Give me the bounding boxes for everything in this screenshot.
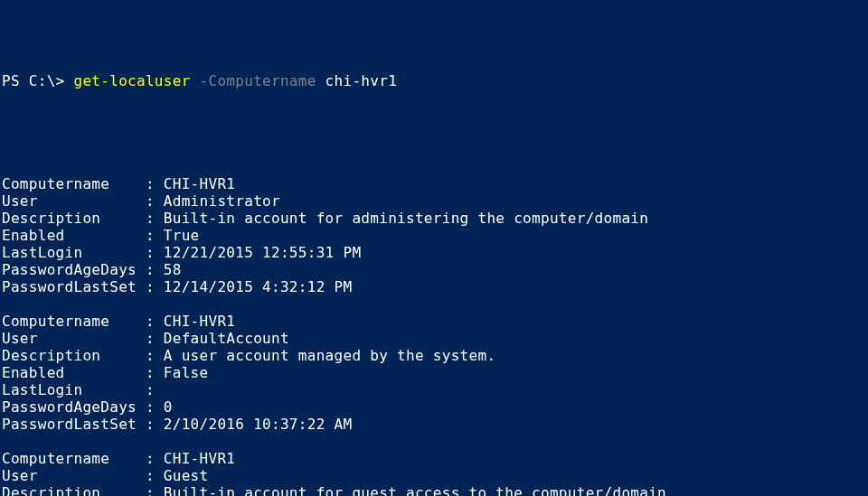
- output-row-enabled: Enabled : False: [2, 364, 868, 381]
- output-row-description: Description : A user account managed by …: [2, 347, 868, 364]
- output-row-computername: Computername : CHI-HVR1: [2, 313, 868, 330]
- output-row-passwordlastset: PasswordLastSet : 12/14/2015 4:32:12 PM: [2, 278, 868, 295]
- output-record: Computername : CHI-HVR1User : Administra…: [2, 175, 868, 295]
- blank-line: [2, 107, 868, 124]
- field-separator: :: [146, 364, 164, 381]
- field-separator: :: [146, 210, 164, 227]
- output-row-passwordagedays: PasswordAgeDays : 58: [2, 261, 868, 278]
- field-separator: :: [146, 227, 164, 244]
- field-value: A user account managed by the system.: [164, 347, 496, 364]
- field-label: Description: [2, 347, 146, 364]
- field-value: DefaultAccount: [164, 330, 289, 347]
- blank-line: [2, 295, 868, 313]
- output-row-description: Description : Built-in account for guest…: [2, 484, 868, 496]
- prompt-line[interactable]: PS C:\> get-localuser -Computername chi-…: [2, 72, 868, 89]
- field-value: CHI-HVR1: [164, 313, 235, 330]
- field-separator: :: [146, 416, 164, 433]
- field-separator: :: [146, 278, 164, 295]
- prompt-parameter: -Computername: [191, 72, 316, 89]
- output-record: Computername : CHI-HVR1User : GuestDescr…: [2, 450, 868, 496]
- output-record: Computername : CHI-HVR1User : DefaultAcc…: [2, 313, 868, 433]
- output-row-enabled: Enabled : True: [2, 227, 868, 244]
- field-label: User: [2, 330, 146, 347]
- output-row-passwordagedays: PasswordAgeDays : 0: [2, 398, 868, 416]
- field-separator: :: [146, 450, 164, 467]
- field-separator: :: [146, 175, 164, 192]
- field-label: PasswordAgeDays: [2, 398, 146, 416]
- field-value: Guest: [164, 467, 209, 484]
- output-row-description: Description : Built-in account for admin…: [2, 210, 868, 227]
- field-label: PasswordLastSet: [2, 416, 146, 433]
- field-value: Administrator: [164, 192, 280, 210]
- output-row-lastlogin: LastLogin :: [2, 381, 868, 398]
- field-value: Built-in account for administering the c…: [164, 210, 648, 227]
- field-separator: :: [146, 347, 164, 364]
- field-value: 2/10/2016 10:37:22 AM: [164, 416, 353, 433]
- field-label: User: [2, 192, 146, 210]
- prompt-prefix: PS C:\>: [2, 72, 73, 89]
- field-label: Description: [2, 210, 146, 227]
- field-value: CHI-HVR1: [164, 450, 235, 467]
- output-row-user: User : Administrator: [2, 192, 868, 210]
- output-row-user: User : DefaultAccount: [2, 330, 868, 347]
- output-row-lastlogin: LastLogin : 12/21/2015 12:55:31 PM: [2, 244, 868, 261]
- field-separator: :: [146, 398, 164, 416]
- field-value: 0: [164, 398, 173, 416]
- field-separator: :: [146, 467, 164, 484]
- field-label: LastLogin: [2, 244, 146, 261]
- blank-line: [2, 141, 868, 158]
- field-label: LastLogin: [2, 381, 146, 398]
- field-label: PasswordLastSet: [2, 278, 146, 295]
- field-label: Description: [2, 484, 146, 496]
- field-separator: :: [146, 381, 164, 398]
- prompt-command: get-localuser: [73, 72, 190, 89]
- output-row-user: User : Guest: [2, 467, 868, 484]
- field-separator: :: [146, 244, 164, 261]
- field-separator: :: [146, 484, 164, 496]
- output-row-computername: Computername : CHI-HVR1: [2, 450, 868, 467]
- field-label: Computername: [2, 450, 146, 467]
- output-row-passwordlastset: PasswordLastSet : 2/10/2016 10:37:22 AM: [2, 416, 868, 433]
- field-value: 12/14/2015 4:32:12 PM: [164, 278, 353, 295]
- field-label: Computername: [2, 313, 146, 330]
- output-records: Computername : CHI-HVR1User : Administra…: [2, 175, 868, 496]
- field-value: True: [164, 227, 200, 244]
- blank-line: [2, 433, 868, 450]
- field-label: PasswordAgeDays: [2, 261, 146, 278]
- prompt-argument: chi-hvr1: [316, 72, 397, 89]
- field-separator: :: [146, 192, 164, 210]
- field-separator: :: [146, 313, 164, 330]
- field-value: Built-in account for guest access to the…: [164, 484, 666, 496]
- field-value: 12/21/2015 12:55:31 PM: [164, 244, 362, 261]
- field-label: Enabled: [2, 364, 146, 381]
- field-separator: :: [146, 261, 164, 278]
- field-value: False: [164, 364, 209, 381]
- field-value: 58: [164, 261, 182, 278]
- field-label: Enabled: [2, 227, 146, 244]
- field-label: User: [2, 467, 146, 484]
- field-value: CHI-HVR1: [164, 175, 235, 192]
- field-separator: :: [146, 330, 164, 347]
- output-row-computername: Computername : CHI-HVR1: [2, 175, 868, 192]
- field-label: Computername: [2, 175, 146, 192]
